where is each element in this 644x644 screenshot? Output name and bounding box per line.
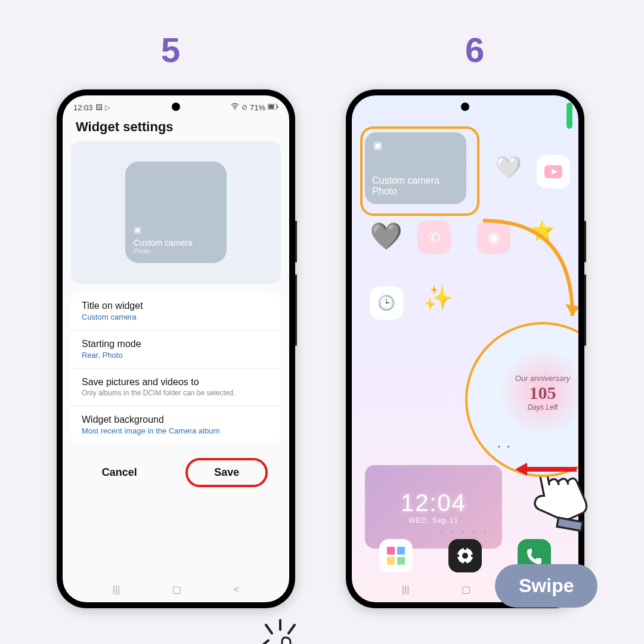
svg-rect-2 — [269, 105, 274, 109]
svg-line-7 — [289, 625, 295, 633]
phone-left: 12:03 🖼 ▷ ⊘ 71% Widget settings ▣ Custom… — [57, 89, 295, 608]
camera-icon: ▣ — [134, 225, 218, 234]
status-battery: 71% — [250, 103, 265, 112]
callout-number: 105 — [530, 383, 556, 403]
star-icon: ✨ — [423, 284, 453, 312]
play-icon: ▷ — [105, 103, 110, 112]
setting-starting-mode[interactable]: Starting mode Rear, Photo — [71, 330, 281, 369]
home-page-dots: • • • • • — [352, 529, 578, 535]
camera-notch — [461, 103, 469, 111]
home-icon[interactable]: ▢ — [462, 584, 470, 595]
status-time: 12:03 — [73, 103, 93, 112]
setting-label: Widget background — [82, 414, 270, 425]
setting-description: Only albums in the DCIM folder can be se… — [82, 389, 270, 397]
heart-icon: 🤍 — [495, 155, 522, 180]
wifi-icon — [231, 103, 239, 112]
dock-app-widgets[interactable] — [379, 539, 413, 572]
page-title: Widget settings — [63, 116, 289, 141]
click-burst-icon — [258, 617, 299, 644]
svg-rect-3 — [277, 106, 278, 108]
svg-rect-17 — [464, 546, 466, 550]
screen-left: 12:03 🖼 ▷ ⊘ 71% Widget settings ▣ Custom… — [63, 95, 289, 602]
setting-label: Title on widget — [82, 301, 270, 311]
svg-rect-12 — [397, 547, 405, 555]
setting-label: Starting mode — [82, 339, 270, 349]
android-navbar: ||| ▢ < — [63, 584, 289, 595]
pointer-hand-icon — [256, 629, 328, 644]
app-icon-phone[interactable]: ✆ — [417, 221, 451, 254]
status-pill — [566, 103, 572, 129]
anniversary-widget[interactable]: Our anniversary 105 Days Left — [498, 348, 578, 437]
recents-icon[interactable]: ||| — [402, 584, 409, 595]
clock-time: 12:04 — [401, 490, 466, 516]
setting-value: Rear, Photo — [82, 351, 270, 360]
dnd-icon: ⊘ — [242, 103, 247, 112]
swipe-label: Swipe — [495, 564, 597, 608]
widget-highlight-box — [360, 126, 479, 216]
setting-widget-background[interactable]: Widget background Most recent image in t… — [71, 406, 281, 444]
svg-rect-13 — [387, 557, 395, 565]
svg-rect-20 — [471, 555, 475, 557]
step-number-6: 6 — [465, 30, 484, 70]
setting-title-on-widget[interactable]: Title on widget Custom camera — [71, 292, 281, 330]
svg-rect-11 — [387, 547, 395, 555]
app-icon-camera[interactable]: ◉ — [477, 221, 510, 254]
settings-list: Title on widget Custom camera Starting m… — [71, 292, 281, 444]
image-icon: 🖼 — [95, 103, 103, 112]
clock-widget[interactable]: 12:04 WED, Sep.11 — [365, 465, 502, 549]
preview-title: Custom camera — [134, 238, 218, 247]
star-icon: ⭐ — [531, 219, 555, 242]
screen-right: ▣ Custom camera Photo 🤍 🩶 ✆ ◉ ⭐ 🕒 ✨ Our … — [352, 95, 578, 602]
camera-notch — [172, 103, 180, 111]
setting-value: Custom camera — [82, 312, 270, 321]
cancel-button[interactable]: Cancel — [84, 458, 155, 487]
clock-date: WED, Sep.11 — [408, 516, 459, 525]
svg-line-5 — [266, 625, 272, 633]
setting-save-location[interactable]: Save pictures and videos to Only albums … — [71, 369, 281, 406]
widget-preview-area: ▣ Custom camera Photo — [71, 141, 281, 284]
bottom-buttons: Cancel Save — [63, 452, 289, 487]
battery-icon — [268, 103, 278, 112]
home-icon[interactable]: ▢ — [172, 584, 181, 595]
setting-value: Most recent image in the Camera album — [82, 426, 270, 435]
circular-callout: Our anniversary 105 Days Left • • — [465, 322, 578, 477]
setting-label: Save pictures and videos to — [82, 377, 270, 388]
step-number-5: 5 — [161, 30, 180, 70]
dock-app-settings[interactable] — [448, 539, 482, 572]
back-icon[interactable]: < — [234, 584, 239, 595]
heart-icon: 🩶 — [370, 221, 402, 252]
app-icon-youtube[interactable] — [537, 155, 570, 188]
svg-line-4 — [261, 640, 268, 644]
callout-subtitle: Days Left — [528, 403, 558, 411]
app-icon-clock[interactable]: 🕒 — [370, 286, 403, 320]
preview-subtitle: Photo — [134, 247, 218, 255]
callout-title: Our anniversary — [515, 374, 570, 383]
page-dots: • • — [498, 443, 578, 451]
svg-rect-18 — [464, 562, 466, 565]
widget-preview[interactable]: ▣ Custom camera Photo — [125, 162, 227, 263]
svg-point-16 — [462, 553, 468, 559]
save-button[interactable]: Save — [185, 458, 268, 487]
phone-right: ▣ Custom camera Photo 🤍 🩶 ✆ ◉ ⭐ 🕒 ✨ Our … — [346, 89, 584, 608]
recents-icon[interactable]: ||| — [113, 584, 120, 595]
svg-rect-14 — [397, 557, 405, 565]
svg-rect-19 — [456, 555, 459, 557]
svg-point-0 — [234, 109, 236, 110]
